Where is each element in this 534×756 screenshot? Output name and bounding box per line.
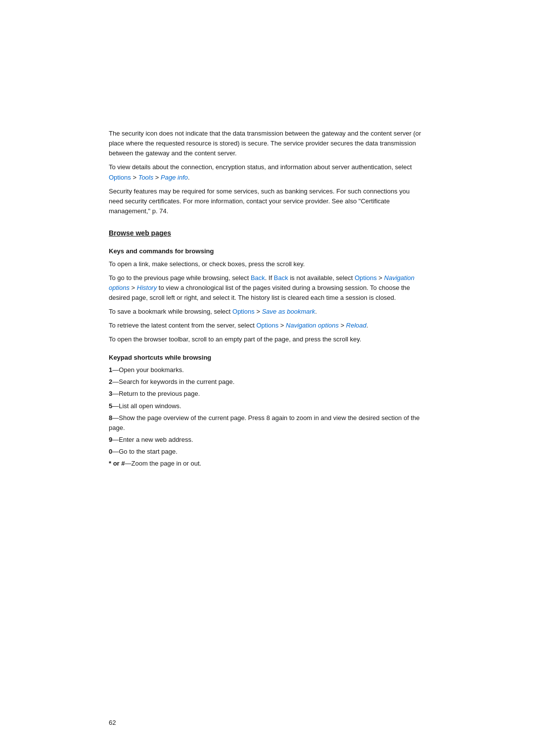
page-container: The security icon does not indicate that… [0, 0, 534, 756]
save-bookmark-para: To save a bookmark while browsing, selec… [109, 307, 425, 317]
options-link-1[interactable]: Options [109, 174, 131, 181]
options-link-2[interactable]: Options [355, 274, 377, 282]
rc-before: To retrieve the latest content from the … [109, 322, 256, 329]
key-number: * or # [109, 460, 125, 467]
key-description: —Show the page overview of the current p… [109, 414, 420, 431]
previous-page-para: To go to the previous page while browsin… [109, 273, 425, 303]
nav-options-link-2[interactable]: Navigation options [286, 322, 339, 329]
key-description: —Return to the previous page. [112, 390, 200, 397]
keypad-list-item: 2—Search for keywords in the current pag… [109, 377, 425, 387]
options-link-3[interactable]: Options [232, 308, 255, 315]
rc-end: . [366, 322, 368, 329]
pp-sep1: > [377, 274, 384, 282]
keypad-list-item: 8—Show the page overview of the current … [109, 413, 425, 433]
open-toolbar-para: To open the browser toolbar, scroll to a… [109, 334, 425, 344]
keypad-list-item: 0—Go to the start page. [109, 447, 425, 457]
reload-link[interactable]: Reload [346, 322, 366, 329]
pp-mid1: . If [265, 274, 274, 282]
key-description: —Open your bookmarks. [112, 366, 184, 374]
sep2: > [153, 174, 161, 181]
view-details-para: To view details about the connection, en… [109, 162, 425, 182]
open-link-para: To open a link, make selections, or chec… [109, 259, 425, 269]
keys-commands-subheading: Keys and commands for browsing [109, 246, 425, 256]
keypad-list-item: 3—Return to the previous page. [109, 389, 425, 399]
page-info-link[interactable]: Page info [161, 174, 188, 181]
save-bookmark-link[interactable]: Save as bookmark [262, 308, 315, 315]
keypad-shortcuts-subheading: Keypad shortcuts while browsing [109, 353, 425, 363]
pp-before: To go to the previous page while browsin… [109, 274, 251, 282]
sb-sep: > [255, 308, 262, 315]
rc-sep2: > [339, 322, 346, 329]
keypad-list: 1—Open your bookmarks.2—Search for keywo… [109, 365, 425, 469]
key-description: —Enter a new web address. [112, 436, 193, 443]
rc-sep1: > [278, 322, 286, 329]
key-description: —Search for keywords in the current page… [112, 378, 234, 385]
keypad-list-item: 9—Enter a new web address. [109, 435, 425, 445]
keypad-list-item: 5—List all open windows. [109, 401, 425, 411]
security-icon-para: The security icon does not indicate that… [109, 129, 425, 158]
sb-end: . [315, 308, 317, 315]
keypad-list-item: 1—Open your bookmarks. [109, 365, 425, 375]
page-number: 62 [109, 719, 116, 726]
retrieve-content-para: To retrieve the latest content from the … [109, 321, 425, 331]
content-area: The security icon does not indicate that… [109, 129, 425, 469]
pp-mid2: is not available, select [288, 274, 355, 282]
browse-section-heading: Browse web pages [109, 228, 425, 238]
keypad-list-item: * or #—Zoom the page in or out. [109, 459, 425, 469]
sb-before: To save a bookmark while browsing, selec… [109, 308, 232, 315]
key-description: —Zoom the page in or out. [125, 460, 202, 467]
para2-end: . [188, 174, 190, 181]
view-details-before: To view details about the connection, en… [109, 163, 412, 171]
security-features-para: Security features may be required for so… [109, 187, 425, 216]
back-link-2[interactable]: Back [274, 274, 288, 282]
back-link-1[interactable]: Back [251, 274, 265, 282]
key-description: —Go to the start page. [112, 448, 178, 455]
sep1: > [131, 174, 138, 181]
key-description: —List all open windows. [112, 402, 181, 410]
history-link[interactable]: History [137, 284, 157, 291]
options-link-4[interactable]: Options [256, 322, 278, 329]
pp-sep2: > [130, 284, 137, 291]
tools-link[interactable]: Tools [138, 174, 154, 181]
